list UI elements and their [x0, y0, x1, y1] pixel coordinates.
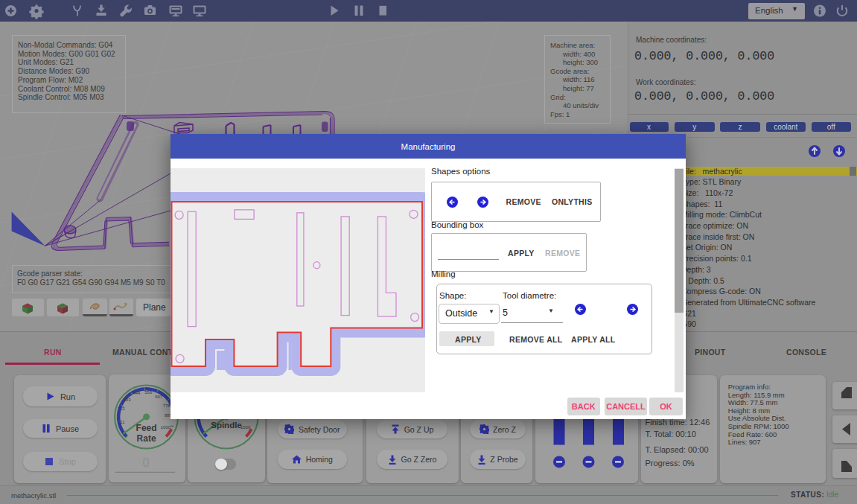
svg-text:Feed: Feed [136, 423, 157, 433]
svg-text:778: 778 [163, 403, 171, 408]
svg-text:667: 667 [155, 395, 163, 399]
svg-text:556: 556 [144, 390, 153, 395]
svg-text:222: 222 [118, 406, 126, 411]
svg-text:0: 0 [143, 456, 150, 469]
svg-text:111: 111 [118, 420, 125, 424]
svg-text:333: 333 [123, 398, 131, 402]
svg-text:Spindle: Spindle [211, 421, 242, 430]
svg-text:Rate: Rate [137, 433, 156, 444]
svg-text:1000: 1000 [161, 425, 171, 430]
svg-text:444: 444 [133, 391, 141, 395]
svg-text:1000: 1000 [240, 425, 251, 430]
